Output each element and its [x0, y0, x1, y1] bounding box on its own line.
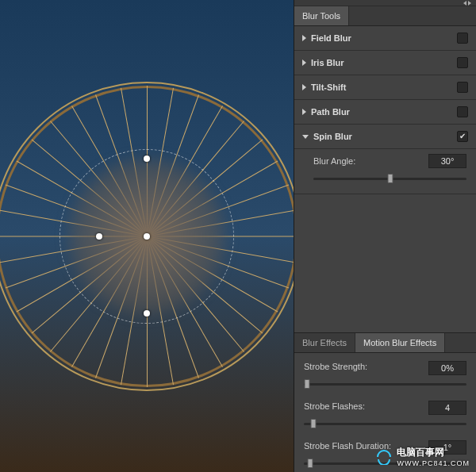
panel-spacer [294, 194, 476, 332]
section-tilt-shift[interactable]: Tilt-Shift [294, 75, 476, 100]
section-label: Path Blur [311, 107, 452, 117]
blur-angle-value[interactable]: 30° [428, 154, 466, 168]
watermark-title: 电脑百事网 [397, 447, 444, 458]
strobe-strength-slider[interactable] [304, 378, 466, 389]
section-path-blur[interactable]: Path Blur [294, 100, 476, 125]
strobe-flashes-slider[interactable] [304, 418, 466, 429]
spin-control-center[interactable] [144, 233, 150, 240]
section-label: Spin Blur [313, 132, 452, 141]
image-canvas[interactable] [0, 0, 294, 472]
section-field-blur[interactable]: Field Blur [294, 26, 476, 51]
checkbox-tilt-shift[interactable] [457, 82, 468, 93]
tab-blur-tools[interactable]: Blur Tools [294, 6, 349, 25]
section-label: Tilt-Shift [311, 83, 452, 92]
disclosure-open-icon [302, 135, 309, 139]
panel-collapse-icon[interactable] [463, 1, 471, 6]
checkbox-spin-blur[interactable] [457, 131, 468, 142]
effects-tabs: Blur Effects Motion Blur Effects [294, 332, 476, 353]
disclosure-closed-icon [302, 59, 306, 66]
panel-top-bar [294, 0, 476, 6]
panel-tabs: Blur Tools [294, 6, 476, 26]
strobe-strength-value[interactable]: 0% [428, 361, 466, 375]
watermark: 电脑百事网 WWW.PC841.COM [376, 446, 470, 467]
tab-blur-effects[interactable]: Blur Effects [294, 333, 355, 352]
disclosure-closed-icon [302, 84, 306, 90]
checkbox-path-blur[interactable] [457, 106, 468, 117]
blur-angle-slider[interactable] [313, 173, 466, 184]
disclosure-closed-icon [302, 109, 306, 115]
strobe-flashes-block: Strobe Flashes: 4 [294, 393, 476, 432]
ferris-wheel-graphic [0, 86, 294, 387]
spin-blur-params: Blur Angle: 30° [294, 149, 476, 194]
spin-control-handle-top[interactable] [144, 155, 150, 162]
disclosure-closed-icon [302, 35, 306, 41]
image-content [0, 0, 294, 472]
section-label: Iris Blur [311, 58, 452, 67]
spin-control-handle-left[interactable] [96, 233, 102, 240]
strobe-flashes-value[interactable]: 4 [428, 401, 466, 415]
strobe-strength-block: Strobe Strength: 0% [294, 353, 476, 393]
checkbox-field-blur[interactable] [457, 33, 468, 44]
section-iris-blur[interactable]: Iris Blur [294, 51, 476, 75]
section-label: Field Blur [311, 33, 452, 43]
section-spin-blur[interactable]: Spin Blur [294, 125, 476, 149]
spin-control-handle-bottom[interactable] [144, 310, 150, 317]
tab-motion-blur-effects[interactable]: Motion Blur Effects [355, 333, 445, 352]
watermark-url: WWW.PC841.COM [397, 459, 470, 467]
blur-angle-label: Blur Angle: [313, 156, 422, 166]
watermark-logo-icon [376, 449, 392, 465]
blur-panel: Blur Tools Field Blur Iris Blur Tilt-Shi… [294, 0, 476, 472]
strobe-flashes-label: Strobe Flashes: [304, 401, 422, 411]
strobe-strength-label: Strobe Strength: [304, 362, 422, 371]
checkbox-iris-blur[interactable] [457, 57, 468, 68]
